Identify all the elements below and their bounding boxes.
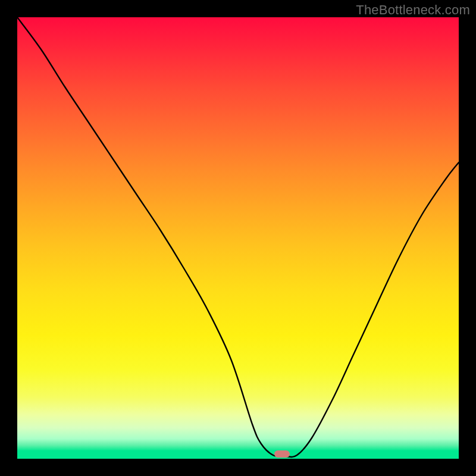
bottleneck-curve bbox=[17, 17, 459, 457]
chart-frame: TheBottleneck.com bbox=[0, 0, 476, 476]
chart-svg bbox=[17, 17, 459, 459]
plot-area bbox=[17, 17, 459, 459]
optimal-marker bbox=[274, 450, 290, 458]
watermark-text: TheBottleneck.com bbox=[356, 2, 470, 18]
